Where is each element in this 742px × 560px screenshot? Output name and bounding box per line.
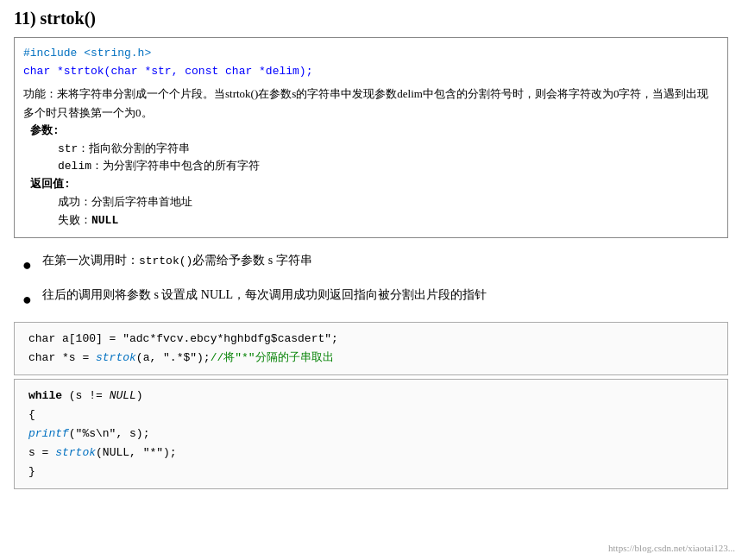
bullet-item-2: ● 往后的调用则将参数 s 设置成 NULL，每次调用成功则返回指向被分割出片段…	[22, 285, 728, 313]
snippet1-line1: char a[100] = "adc*fvcv.ebcy*hghbdfg$cas…	[28, 330, 714, 349]
bullet-text-2: 往后的调用则将参数 s 设置成 NULL，每次调用成功则返回指向被分割出片段的指…	[42, 285, 487, 305]
include-line: #include <string.h>	[23, 45, 719, 63]
code-snippet-1: char a[100] = "adc*fvcv.ebcy*hghbdfg$cas…	[14, 322, 728, 375]
func-sig-text: char *strtok(char *str, const char *deli…	[23, 65, 312, 78]
return-section: 返回值:	[30, 176, 719, 194]
return2-line: 失败：NULL	[58, 212, 719, 230]
return-label: 返回值:	[30, 178, 71, 191]
code-snippet-2: while (s != NULL) { printf("%s\n", s); s…	[14, 379, 728, 489]
description-text: 功能：来将字符串分割成一个个片段。当strtok()在参数s的字符串中发现参数d…	[23, 85, 719, 123]
snippet2-line2: {	[28, 406, 714, 425]
strtok-mono-1: strtok()	[139, 255, 192, 267]
return1-line: 成功：分割后字符串首地址	[58, 194, 719, 212]
bullet-dot-2: ●	[22, 286, 32, 313]
watermark: https://blog.csdn.net/xiaotai123...	[608, 543, 735, 553]
param2-line: delim：为分割字符串中包含的所有字符	[58, 158, 719, 176]
page-title: 11) strtok()	[14, 9, 728, 28]
code-doc-box: #include <string.h> char *strtok(char *s…	[14, 37, 728, 238]
snippet1-line2: char *s = strtok(a, ".*$");//将"*"分隔的子串取出	[28, 349, 714, 368]
page: 11) strtok() #include <string.h> char *s…	[0, 0, 742, 560]
snippet1-comment: //将"*"分隔的子串取出	[211, 351, 334, 364]
bullet-item-1: ● 在第一次调用时：strtok()必需给予参数 s 字符串	[22, 250, 728, 279]
params-label: 参数:	[30, 124, 60, 137]
bullet-dot-1: ●	[22, 252, 32, 279]
snippet2-line3: printf("%s\n", s);	[28, 425, 714, 444]
snippet2-line1: while (s != NULL)	[28, 387, 714, 406]
snippet2-line4: s = strtok(NULL, "*");	[28, 444, 714, 462]
bullet-section: ● 在第一次调用时：strtok()必需给予参数 s 字符串 ● 往后的调用则将…	[22, 250, 728, 313]
param1-line: str：指向欲分割的字符串	[58, 141, 719, 159]
func-sig-line: char *strtok(char *str, const char *deli…	[23, 63, 719, 81]
bullet-text-1: 在第一次调用时：strtok()必需给予参数 s 字符串	[42, 250, 312, 271]
params-section: 参数:	[30, 123, 719, 141]
null-text: NULL	[91, 214, 118, 227]
snippet2-line5: }	[28, 462, 714, 481]
